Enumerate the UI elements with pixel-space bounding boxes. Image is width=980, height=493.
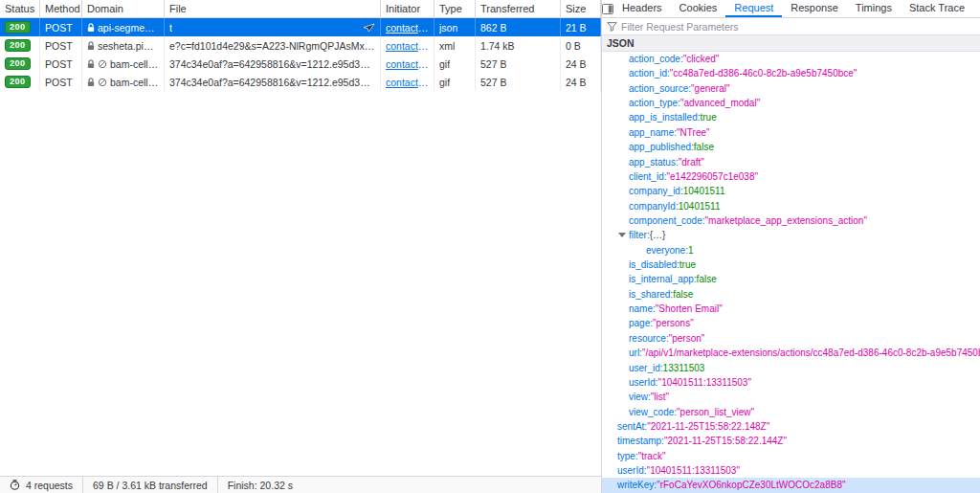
json-property-row[interactable]: app_status: "draft" bbox=[602, 155, 980, 169]
details-tabbar: HeadersCookiesRequestResponseTimingsStac… bbox=[602, 0, 980, 18]
column-header-transferred[interactable]: Transferred bbox=[476, 0, 561, 17]
json-property-row[interactable]: resource: "person" bbox=[602, 331, 980, 346]
initiator-link[interactable]: contacts:… bbox=[386, 58, 429, 70]
json-property-row[interactable]: app_name: "NTree" bbox=[602, 125, 980, 140]
transferred-cell: 527 B bbox=[476, 55, 561, 73]
network-request-list: StatusMethodDomainFileInitiatorTypeTrans… bbox=[0, 0, 602, 493]
close-details-pane-icon[interactable] bbox=[602, 0, 613, 17]
column-header-method[interactable]: Method bbox=[40, 0, 82, 17]
initiator-link[interactable]: contacts:… bbox=[386, 40, 429, 52]
type-label: json bbox=[439, 22, 457, 34]
property-key: url: bbox=[629, 346, 642, 360]
json-property-row[interactable]: app_published: false bbox=[602, 140, 980, 154]
column-header-file[interactable]: File bbox=[165, 0, 381, 17]
json-property-row[interactable]: userId: "10401511:13311503" bbox=[602, 463, 980, 478]
network-request-row[interactable]: 200POSTbam-cell.nr-374c34e0af?a=64295881… bbox=[0, 55, 601, 73]
size-label: 0 B bbox=[566, 40, 581, 52]
column-header-status[interactable]: Status bbox=[0, 0, 40, 17]
type-cell: xml bbox=[434, 36, 476, 55]
property-key: component_code: bbox=[629, 213, 705, 228]
tab-stack-trace[interactable]: Stack Trace bbox=[901, 0, 973, 17]
tab-response[interactable]: Response bbox=[782, 0, 847, 17]
column-header-type[interactable]: Type bbox=[434, 0, 476, 17]
property-value: "general" bbox=[691, 81, 729, 96]
domain-cell: sesheta.pipedri bbox=[82, 36, 165, 55]
filter-request-parameters-input[interactable] bbox=[621, 21, 975, 33]
finish-time: Finish: 20.32 s bbox=[228, 480, 293, 491]
status-cell: 200 bbox=[0, 55, 40, 73]
file-label: 374c34e0af?a=642958816&v=1212.e95d35c&to… bbox=[169, 58, 375, 70]
column-header-initiator[interactable]: Initiator bbox=[381, 0, 434, 17]
json-property-row[interactable]: company_id: 10401511 bbox=[602, 184, 980, 198]
json-property-row[interactable]: userId: "10401511:13311503" bbox=[602, 375, 980, 390]
json-property-row[interactable]: action_code: "clicked" bbox=[602, 52, 980, 66]
json-property-row[interactable]: name: "Shorten Email" bbox=[602, 302, 980, 316]
json-property-row[interactable]: sentAt: "2021-11-25T15:58:22.148Z" bbox=[602, 419, 980, 434]
property-value: 10401511 bbox=[683, 184, 725, 198]
tab-cookies[interactable]: Cookies bbox=[671, 0, 726, 17]
file-label: 374c34e0af?a=642958816&v=1212.e95d35c&to… bbox=[169, 77, 375, 88]
property-value: true bbox=[701, 110, 717, 124]
json-property-row[interactable]: view_code: "person_list_view" bbox=[602, 405, 980, 419]
json-property-row[interactable]: user_id: 13311503 bbox=[602, 361, 980, 375]
json-property-row[interactable]: everyone: 1 bbox=[602, 243, 980, 258]
json-property-row[interactable]: client_id: "e142296057c1e038" bbox=[602, 169, 980, 184]
json-property-row[interactable]: companyId: 10401511 bbox=[602, 199, 980, 213]
property-value: "/api/v1/marketplace-extensions/actions/… bbox=[642, 346, 980, 360]
property-key: app_is_installed: bbox=[629, 110, 701, 124]
network-request-row[interactable]: 200POSTapi-segment.pitcontacts:…json862 … bbox=[0, 18, 601, 36]
tab-headers[interactable]: Headers bbox=[613, 0, 671, 17]
json-property-row[interactable]: is_shared: false bbox=[602, 287, 980, 302]
json-property-row[interactable]: view: "list" bbox=[602, 390, 980, 404]
lock-icon bbox=[87, 23, 95, 33]
domain-label: sesheta.pipedri bbox=[98, 40, 159, 52]
type-cell: gif bbox=[434, 55, 476, 73]
json-property-row[interactable]: timestamp: "2021-11-25T15:58:22.144Z" bbox=[602, 434, 980, 448]
json-property-row[interactable]: component_code: "marketplace_app_extensi… bbox=[602, 213, 980, 228]
property-value: 1 bbox=[688, 243, 694, 258]
json-property-row[interactable]: is_disabled: true bbox=[602, 258, 980, 272]
json-property-row[interactable]: page: "persons" bbox=[602, 316, 980, 330]
property-key: filter: bbox=[629, 228, 650, 242]
tab-request[interactable]: Request bbox=[725, 0, 782, 17]
type-cell: json bbox=[434, 18, 476, 36]
column-header-domain[interactable]: Domain bbox=[82, 0, 165, 17]
method-label: POST bbox=[45, 77, 73, 88]
beacon-icon bbox=[363, 23, 375, 33]
expand-twisty-icon[interactable] bbox=[618, 233, 626, 237]
status-cell: 200 bbox=[0, 73, 40, 91]
property-value: "NTree" bbox=[677, 125, 710, 140]
json-property-row[interactable]: action_source: "general" bbox=[602, 81, 980, 96]
json-property-row[interactable]: action_id: "cc48a7ed-d386-46c0-8c2b-a9e5… bbox=[602, 66, 980, 80]
initiator-link[interactable]: contacts:… bbox=[386, 22, 429, 34]
json-section-header[interactable]: JSON bbox=[602, 35, 980, 52]
method-label: POST bbox=[45, 40, 73, 52]
transferred-cell: 862 B bbox=[476, 18, 561, 36]
network-request-row[interactable]: 200POSTsesheta.pipedrie?c=fd101d4e29&s=A… bbox=[0, 36, 601, 55]
json-property-row[interactable]: filter: {…} bbox=[602, 228, 980, 242]
property-value: false bbox=[697, 272, 717, 286]
json-property-row[interactable]: is_internal_app: false bbox=[602, 272, 980, 286]
property-key: app_name: bbox=[629, 125, 677, 140]
size-cell: 21 B bbox=[561, 18, 601, 36]
lock-icon bbox=[87, 78, 95, 87]
property-value: true bbox=[679, 258, 696, 272]
json-property-row[interactable]: action_type: "advanced_modal" bbox=[602, 96, 980, 110]
stopwatch-icon bbox=[10, 480, 20, 490]
json-property-row[interactable]: type: "track" bbox=[602, 449, 980, 463]
file-cell: 374c34e0af?a=642958816&v=1212.e95d35c&to… bbox=[165, 73, 381, 91]
tab-security[interactable]: Security bbox=[973, 0, 980, 17]
tab-timings[interactable]: Timings bbox=[847, 0, 901, 17]
initiator-link[interactable]: contacts:… bbox=[386, 77, 429, 88]
tracker-blocked-icon bbox=[98, 78, 107, 87]
column-header-size[interactable]: Size bbox=[561, 0, 601, 17]
json-property-row[interactable]: url: "/api/v1/marketplace-extensions/act… bbox=[602, 346, 980, 360]
transferred-total: 69 B / 3.61 kB transferred bbox=[93, 480, 208, 491]
method-cell: POST bbox=[40, 73, 82, 91]
property-value: "rFoCaYevXO6nkopCZe30LtWOCOc2a8B8" bbox=[657, 478, 845, 492]
method-cell: POST bbox=[40, 18, 82, 36]
json-property-row[interactable]: app_is_installed: true bbox=[602, 110, 980, 124]
network-request-row[interactable]: 200POSTbam-cell.nr-374c34e0af?a=64295881… bbox=[0, 73, 601, 91]
status-bar-transferred: 69 B / 3.61 kB transferred bbox=[82, 477, 217, 493]
json-property-row[interactable]: writeKey: "rFoCaYevXO6nkopCZe30LtWOCOc2a… bbox=[602, 478, 980, 492]
